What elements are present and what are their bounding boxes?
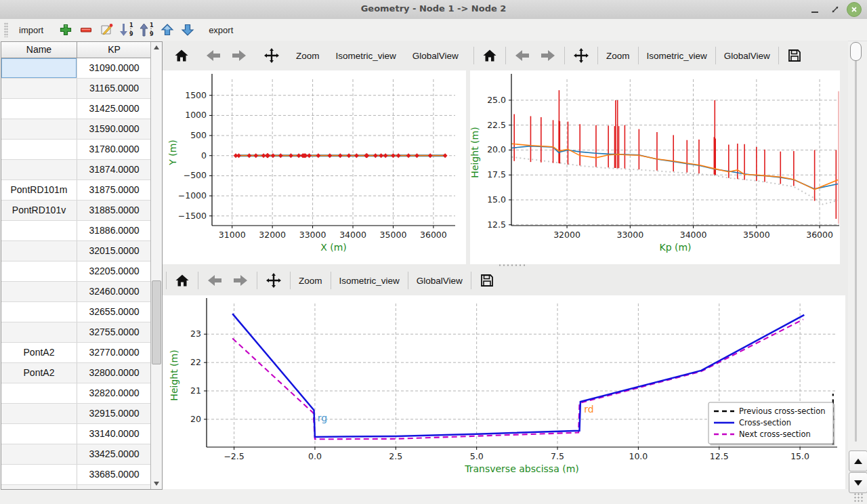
import-button[interactable]: import bbox=[14, 22, 49, 38]
cell-name[interactable] bbox=[1, 221, 77, 240]
cell-kp[interactable]: 32015.0000 bbox=[77, 241, 151, 261]
table-row[interactable]: 31165.0000 bbox=[1, 79, 151, 99]
cell-name[interactable] bbox=[1, 302, 77, 322]
remove-row-button[interactable] bbox=[76, 21, 96, 39]
table-row[interactable]: PontA232800.0000 bbox=[1, 363, 151, 383]
table-row[interactable]: 33425.0000 bbox=[1, 444, 151, 465]
isometric-view-button[interactable]: Isometric_view bbox=[331, 45, 401, 66]
forward-button[interactable] bbox=[226, 45, 252, 66]
cell-name[interactable]: PontRD101m bbox=[1, 180, 77, 200]
cell-name[interactable] bbox=[1, 79, 77, 98]
home-button[interactable] bbox=[169, 45, 194, 66]
cell-name[interactable]: PontA2 bbox=[1, 363, 77, 383]
table-row[interactable]: 32015.0000 bbox=[1, 241, 151, 261]
table-scroll-up-button[interactable] bbox=[151, 42, 161, 53]
cell-name[interactable] bbox=[1, 465, 77, 484]
cell-name[interactable] bbox=[1, 322, 77, 342]
zoom-button[interactable]: Zoom bbox=[294, 270, 327, 291]
back-button[interactable] bbox=[509, 45, 535, 66]
move-down-button[interactable] bbox=[177, 21, 198, 39]
pan-button[interactable] bbox=[259, 45, 284, 66]
table-scrollbar-thumb[interactable] bbox=[152, 280, 161, 364]
table-row[interactable]: 31425.0000 bbox=[1, 99, 151, 119]
table-row[interactable] bbox=[1, 485, 151, 489]
table-row[interactable]: 32755.0000 bbox=[1, 322, 151, 343]
cell-name[interactable]: PontA2 bbox=[1, 343, 77, 362]
cross-sections-table[interactable]: Name KP 31090.000031165.000031425.000031… bbox=[1, 41, 163, 490]
cell-kp[interactable]: 31425.0000 bbox=[77, 99, 151, 119]
table-row[interactable]: PontRD101v31885.0000 bbox=[1, 201, 151, 221]
cell-name[interactable] bbox=[1, 140, 77, 159]
cell-name[interactable] bbox=[1, 160, 77, 180]
column-header-name[interactable]: Name bbox=[1, 42, 77, 58]
cell-name[interactable] bbox=[1, 383, 77, 403]
home-button[interactable] bbox=[478, 45, 502, 66]
cell-name[interactable] bbox=[1, 424, 77, 444]
table-row[interactable]: 31886.0000 bbox=[1, 221, 151, 241]
column-header-kp[interactable]: KP bbox=[77, 42, 151, 58]
forward-button[interactable] bbox=[535, 45, 561, 66]
cell-name[interactable] bbox=[1, 261, 77, 281]
isometric-view-button[interactable]: Isometric_view bbox=[642, 45, 712, 66]
cell-kp[interactable]: 32915.0000 bbox=[77, 404, 151, 423]
table-row[interactable]: 31780.0000 bbox=[1, 140, 151, 160]
home-button[interactable] bbox=[170, 270, 194, 291]
right-scrollbar-track[interactable] bbox=[855, 42, 857, 442]
profile-view-plot[interactable]: 320003300034000350003600012.515.017.520.… bbox=[470, 70, 840, 264]
table-row[interactable]: 32820.0000 bbox=[1, 383, 151, 404]
cell-name[interactable] bbox=[1, 119, 77, 139]
cell-kp[interactable]: 32800.0000 bbox=[77, 363, 151, 383]
cell-name[interactable] bbox=[1, 485, 77, 489]
table-row[interactable]: 31090.0000 bbox=[1, 58, 151, 79]
global-view-button[interactable]: GlobalView bbox=[719, 45, 775, 66]
plan-view-plot[interactable]: 310003200033000340003500036000−1500−1000… bbox=[163, 70, 466, 264]
close-button[interactable] bbox=[847, 3, 862, 16]
panel-scroll-down-button[interactable] bbox=[849, 472, 867, 493]
right-scrollbar-thumb[interactable] bbox=[850, 42, 862, 61]
back-button[interactable] bbox=[200, 45, 226, 66]
cell-kp[interactable]: 33425.0000 bbox=[77, 444, 151, 464]
cell-kp[interactable] bbox=[77, 485, 151, 489]
pan-button[interactable] bbox=[568, 45, 594, 66]
table-row[interactable]: 32460.0000 bbox=[1, 282, 151, 302]
pan-button[interactable] bbox=[261, 270, 287, 291]
cross-section-plot[interactable]: −2.50.02.55.07.510.012.515.020212223Tran… bbox=[163, 295, 845, 489]
forward-button[interactable] bbox=[228, 270, 253, 291]
panel-scroll-up-button[interactable] bbox=[849, 450, 867, 471]
save-button[interactable] bbox=[475, 270, 499, 291]
table-row[interactable]: 31874.0000 bbox=[1, 160, 151, 180]
title-bar[interactable]: Geometry - Node 1 -> Node 2 bbox=[0, 0, 867, 20]
window-resize-grip[interactable] bbox=[853, 492, 864, 502]
table-scrollbar[interactable] bbox=[150, 42, 162, 489]
cell-kp[interactable]: 33140.0000 bbox=[77, 424, 151, 444]
cell-kp[interactable]: 31875.0000 bbox=[77, 180, 151, 200]
table-row[interactable]: 31590.0000 bbox=[1, 119, 151, 140]
cell-kp[interactable]: 31885.0000 bbox=[77, 201, 151, 220]
isometric-view-button[interactable]: Isometric_view bbox=[335, 270, 404, 291]
global-view-button[interactable]: GlobalView bbox=[408, 45, 463, 66]
save-button[interactable] bbox=[782, 45, 807, 66]
table-row[interactable]: 33685.0000 bbox=[1, 465, 151, 485]
cell-kp[interactable]: 31165.0000 bbox=[77, 79, 151, 98]
table-row[interactable]: 33140.0000 bbox=[1, 424, 151, 444]
global-view-button[interactable]: GlobalView bbox=[412, 270, 467, 291]
cell-kp[interactable]: 32460.0000 bbox=[77, 282, 151, 301]
cell-kp[interactable]: 31090.0000 bbox=[77, 58, 151, 78]
table-row[interactable]: PontA232770.0000 bbox=[1, 343, 151, 363]
table-row[interactable]: 32655.0000 bbox=[1, 302, 151, 322]
cell-kp[interactable]: 32770.0000 bbox=[77, 343, 151, 362]
cell-kp[interactable]: 31780.0000 bbox=[77, 140, 151, 159]
cell-name[interactable] bbox=[1, 58, 77, 78]
table-scroll-down-button[interactable] bbox=[151, 478, 161, 489]
cell-name[interactable] bbox=[1, 282, 77, 301]
move-up-button[interactable] bbox=[157, 21, 177, 39]
cell-name[interactable] bbox=[1, 404, 77, 423]
cell-kp[interactable]: 32755.0000 bbox=[77, 322, 151, 342]
table-row[interactable]: PontRD101m31875.0000 bbox=[1, 180, 151, 201]
edit-button[interactable] bbox=[96, 21, 117, 39]
cell-kp[interactable]: 32205.0000 bbox=[77, 261, 151, 281]
cell-kp[interactable]: 31590.0000 bbox=[77, 119, 151, 139]
cell-name[interactable] bbox=[1, 241, 77, 261]
horizontal-splitter-handle[interactable] bbox=[496, 264, 528, 267]
add-row-button[interactable] bbox=[56, 21, 76, 39]
